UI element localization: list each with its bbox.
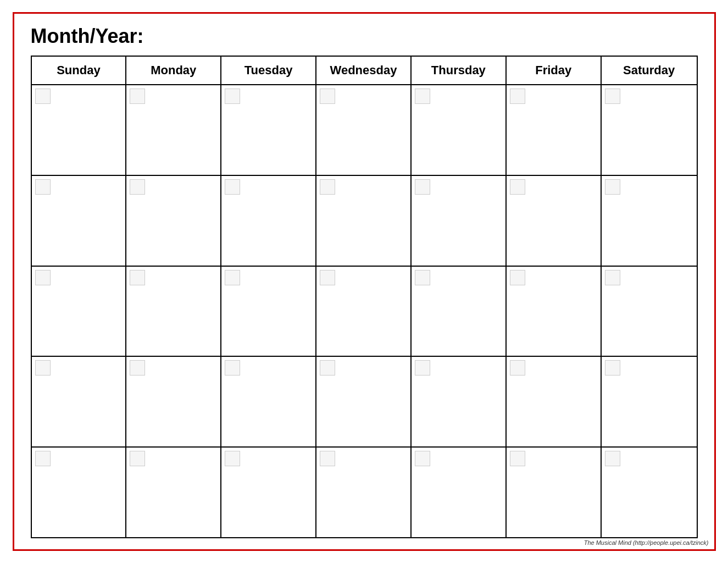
date-number-box xyxy=(415,360,430,376)
header-cell-sunday: Sunday xyxy=(32,57,127,84)
day-cell[interactable] xyxy=(32,357,127,446)
header-cell-wednesday: Wednesday xyxy=(316,57,412,84)
month-year-label[interactable]: Month/Year: xyxy=(31,25,698,48)
day-cell[interactable] xyxy=(507,85,602,175)
week-row-5 xyxy=(32,448,697,537)
day-cell[interactable] xyxy=(316,85,412,175)
date-number-box xyxy=(605,270,620,285)
date-number-box xyxy=(415,89,430,104)
day-cell[interactable] xyxy=(221,267,316,356)
date-number-box xyxy=(415,270,430,285)
day-cell[interactable] xyxy=(507,357,602,446)
day-cell[interactable] xyxy=(221,357,316,446)
day-cell[interactable] xyxy=(507,267,602,356)
date-number-box xyxy=(605,360,620,376)
day-cell[interactable] xyxy=(221,448,316,537)
date-number-box xyxy=(510,270,525,285)
week-row-3 xyxy=(32,267,697,357)
date-number-box xyxy=(35,270,51,285)
day-cell[interactable] xyxy=(602,267,697,356)
date-number-box xyxy=(35,179,51,195)
day-cell[interactable] xyxy=(126,176,221,266)
day-cell[interactable] xyxy=(32,176,127,266)
day-cell[interactable] xyxy=(221,85,316,175)
day-cell[interactable] xyxy=(126,357,221,446)
date-number-box xyxy=(510,360,525,376)
day-cell[interactable] xyxy=(412,267,507,356)
date-number-box xyxy=(225,270,240,285)
date-number-box xyxy=(130,360,145,376)
week-row-4 xyxy=(32,357,697,448)
date-number-box xyxy=(130,270,145,285)
day-cell[interactable] xyxy=(602,357,697,446)
day-cell[interactable] xyxy=(32,448,127,537)
page: Month/Year: SundayMondayTuesdayWednesday… xyxy=(13,12,716,551)
day-cell[interactable] xyxy=(316,267,412,356)
date-number-box xyxy=(320,451,335,466)
date-number-box xyxy=(35,89,51,104)
day-cell[interactable] xyxy=(126,448,221,537)
footer-credit: The Musical Mind (http://people.upei.ca/… xyxy=(584,539,709,546)
day-cell[interactable] xyxy=(412,357,507,446)
day-cell[interactable] xyxy=(602,176,697,266)
calendar-grid: SundayMondayTuesdayWednesdayThursdayFrid… xyxy=(31,56,698,538)
date-number-box xyxy=(130,451,145,466)
date-number-box xyxy=(320,179,335,195)
day-cell[interactable] xyxy=(602,85,697,175)
date-number-box xyxy=(605,179,620,195)
day-cell[interactable] xyxy=(316,448,412,537)
header-cell-monday: Monday xyxy=(126,57,221,84)
day-cell[interactable] xyxy=(32,267,127,356)
date-number-box xyxy=(35,360,51,376)
header-cell-tuesday: Tuesday xyxy=(221,57,316,84)
date-number-box xyxy=(225,451,240,466)
day-cell[interactable] xyxy=(316,357,412,446)
day-cell[interactable] xyxy=(507,448,602,537)
day-cell[interactable] xyxy=(412,85,507,175)
date-number-box xyxy=(35,451,51,466)
date-number-box xyxy=(225,89,240,104)
day-cell[interactable] xyxy=(507,176,602,266)
date-number-box xyxy=(415,179,430,195)
header-cell-friday: Friday xyxy=(507,57,602,84)
day-cell[interactable] xyxy=(412,176,507,266)
calendar-header-row: SundayMondayTuesdayWednesdayThursdayFrid… xyxy=(32,57,697,85)
date-number-box xyxy=(605,451,620,466)
day-cell[interactable] xyxy=(412,448,507,537)
week-row-1 xyxy=(32,85,697,176)
date-number-box xyxy=(130,179,145,195)
day-cell[interactable] xyxy=(32,85,127,175)
week-row-2 xyxy=(32,176,697,267)
date-number-box xyxy=(510,89,525,104)
header-cell-thursday: Thursday xyxy=(412,57,507,84)
day-cell[interactable] xyxy=(316,176,412,266)
date-number-box xyxy=(225,179,240,195)
day-cell[interactable] xyxy=(126,85,221,175)
weeks-container xyxy=(32,85,697,537)
header-cell-saturday: Saturday xyxy=(602,57,697,84)
date-number-box xyxy=(510,179,525,195)
date-number-box xyxy=(320,270,335,285)
day-cell[interactable] xyxy=(602,448,697,537)
date-number-box xyxy=(510,451,525,466)
date-number-box xyxy=(225,360,240,376)
day-cell[interactable] xyxy=(126,267,221,356)
date-number-box xyxy=(320,360,335,376)
day-cell[interactable] xyxy=(221,176,316,266)
date-number-box xyxy=(605,89,620,104)
date-number-box xyxy=(320,89,335,104)
date-number-box xyxy=(415,451,430,466)
date-number-box xyxy=(130,89,145,104)
